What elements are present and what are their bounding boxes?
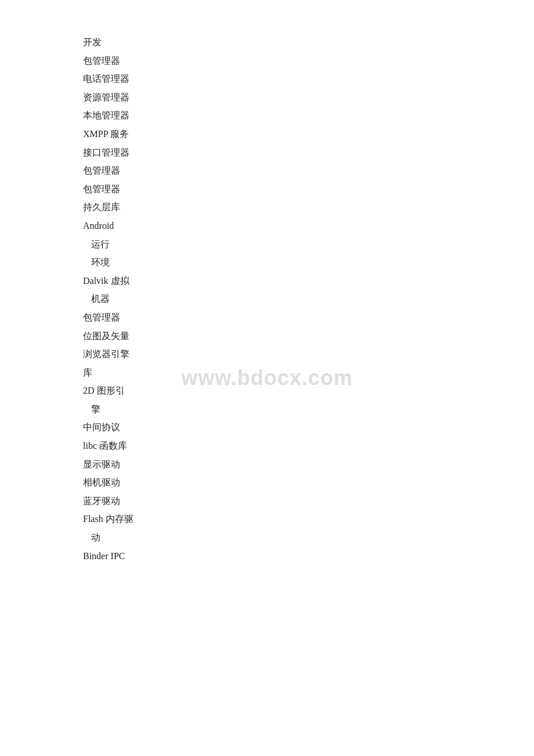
list-item: 本地管理器 <box>83 108 534 123</box>
list-item: 中间协议 <box>83 420 534 435</box>
list-item: 包管理器 <box>83 182 534 197</box>
list-item: 包管理器 <box>83 310 534 325</box>
list-item: 开发 <box>83 35 534 50</box>
list-item: 运行 <box>83 237 534 252</box>
list-item: 相机驱动 <box>83 475 534 490</box>
list-item: Binder IPC <box>83 549 534 564</box>
list-item: 2D 图形引 <box>83 383 534 398</box>
list-item: 持久层库 <box>83 200 534 215</box>
content-area: 开发包管理器电话管理器资源管理器本地管理器XMPP 服务接口管理器包管理器包管理… <box>0 0 534 602</box>
list-item: 动 <box>83 530 534 545</box>
list-item: 资源管理器 <box>83 90 534 105</box>
list-item: 包管理器 <box>83 163 534 178</box>
list-item: 蓝牙驱动 <box>83 494 534 509</box>
list-item: 显示驱动 <box>83 457 534 472</box>
list-item: Android <box>83 218 534 233</box>
list-item: 电话管理器 <box>83 71 534 87</box>
list-item: 位图及矢量 <box>83 329 534 344</box>
list-item: 环境 <box>83 255 534 270</box>
list-item: Flash 内存驱 <box>83 512 534 527</box>
list-item: libc 函数库 <box>83 438 534 453</box>
list-item: 包管理器 <box>83 53 534 69</box>
list-item: 机器 <box>83 291 534 307</box>
list-item: 接口管理器 <box>83 145 534 160</box>
list-item: 库 <box>83 365 534 380</box>
list-item: Dalvik 虚拟 <box>83 273 534 289</box>
list-item: 擎 <box>83 402 534 417</box>
list-item: 浏览器引擎 <box>83 347 534 362</box>
list-item: XMPP 服务 <box>83 127 534 142</box>
